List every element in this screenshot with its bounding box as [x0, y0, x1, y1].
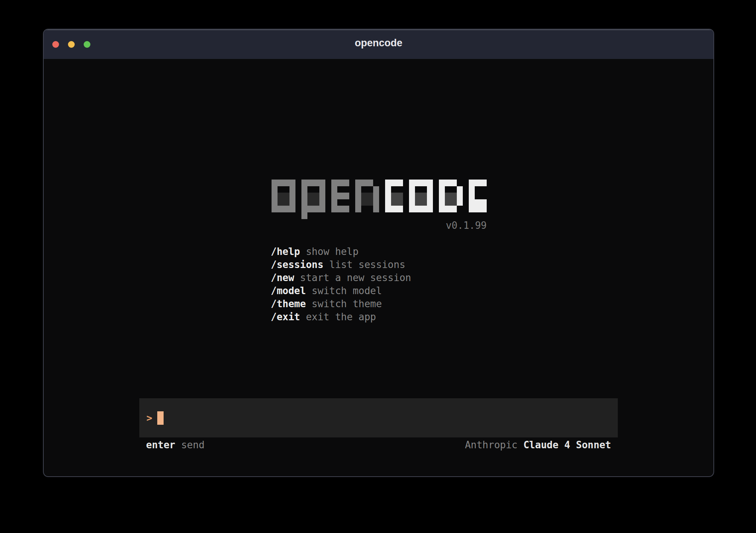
command-description: start a new session	[294, 272, 411, 283]
command-item: /help show help	[271, 245, 411, 258]
prompt-input[interactable]: >	[139, 398, 618, 437]
traffic-lights	[52, 29, 90, 59]
command-name: /sessions	[271, 259, 323, 270]
minimize-button[interactable]	[68, 41, 75, 48]
window-titlebar[interactable]: opencode	[44, 29, 713, 59]
command-name: /exit	[271, 311, 300, 322]
command-list: /help show help/sessions list sessions/n…	[271, 245, 411, 324]
opencode-logo-pixels	[272, 180, 487, 219]
command-description: list sessions	[323, 259, 405, 270]
command-item: /theme switch theme	[271, 297, 411, 311]
model-indicator[interactable]: Anthropic Claude 4 Sonnet	[465, 439, 611, 451]
text-cursor	[157, 411, 164, 425]
opencode-window: opencode v0.1.99 /help show help/session…	[43, 29, 714, 477]
key-hint-action: send	[181, 439, 205, 451]
fullscreen-button[interactable]	[84, 41, 90, 48]
terminal-content: v0.1.99 /help show help/sessions list se…	[44, 59, 713, 476]
model-name: Claude 4 Sonnet	[523, 439, 611, 451]
model-provider: Anthropic	[465, 439, 518, 451]
key-hint-key: enter	[146, 439, 175, 451]
command-name: /new	[271, 272, 294, 283]
command-item: /exit exit the app	[271, 311, 411, 324]
key-hint: enter send	[146, 439, 205, 451]
command-description: switch model	[306, 285, 382, 296]
command-name: /theme	[271, 298, 306, 309]
close-button[interactable]	[52, 41, 59, 48]
command-description: show help	[300, 246, 359, 257]
opencode-logo	[272, 180, 487, 219]
command-item: /model switch model	[271, 284, 411, 297]
prompt-icon: >	[146, 412, 152, 424]
status-bar: enter send Anthropic Claude 4 Sonnet	[139, 439, 618, 451]
window-title: opencode	[355, 37, 403, 49]
command-name: /help	[271, 246, 300, 257]
command-description: exit the app	[300, 311, 376, 322]
command-item: /sessions list sessions	[271, 258, 411, 271]
command-description: switch theme	[306, 298, 382, 309]
version-label: v0.1.99	[272, 220, 487, 231]
command-item: /new start a new session	[271, 271, 411, 284]
command-name: /model	[271, 285, 306, 296]
